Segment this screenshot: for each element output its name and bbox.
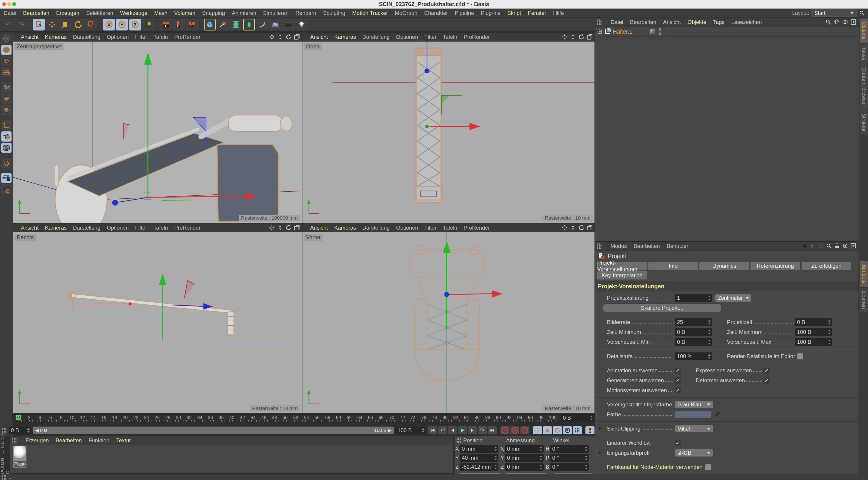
viewport-menu-item[interactable]: Ansicht xyxy=(21,225,39,231)
filter-home-icon[interactable] xyxy=(834,19,840,25)
polygons-mode-icon[interactable] xyxy=(1,105,11,115)
viewport-menu-item[interactable]: Kameras xyxy=(45,34,67,40)
viewport-menu-item[interactable]: Optionen xyxy=(107,225,129,231)
viewport-menu-item[interactable]: Filter xyxy=(135,225,147,231)
viewport-menu-item[interactable]: Ansicht xyxy=(310,34,328,40)
keyframe-selection-icon[interactable]: ? xyxy=(520,426,529,435)
close-window-button[interactable] xyxy=(2,2,6,6)
object-manager-menu-item[interactable]: Datei xyxy=(611,19,623,25)
size-field[interactable]: 0 mm xyxy=(505,463,544,471)
menu-item[interactable]: Simulieren xyxy=(263,10,288,16)
viewport-menu-item[interactable]: Kameras xyxy=(334,34,356,40)
projektskalierung-field[interactable]: 1 xyxy=(675,294,712,302)
viewport-menu-item[interactable]: ProRender xyxy=(464,225,490,231)
pan-icon[interactable] xyxy=(561,225,567,231)
maximize-icon[interactable] xyxy=(587,225,593,231)
menu-item[interactable]: Charakter xyxy=(424,10,448,16)
viewport-menu-item[interactable]: Tafeln xyxy=(153,34,168,40)
angle-field[interactable]: 0 ° xyxy=(550,463,589,471)
material-menu-item[interactable]: Bearbeiten xyxy=(56,437,82,444)
menu-item[interactable]: Datei xyxy=(4,10,16,16)
position-field[interactable]: 40 mm xyxy=(460,454,498,462)
farbe-swatch[interactable] xyxy=(675,411,711,418)
material-menu-item[interactable]: Erzeugen xyxy=(26,437,49,444)
rotate-tool-icon[interactable] xyxy=(72,19,84,31)
eyedropper-icon[interactable] xyxy=(714,411,720,418)
object-manager-menu-item[interactable]: Objekte xyxy=(688,19,706,25)
viewport-menu-item[interactable]: Darstellung xyxy=(362,34,390,40)
record-rotation-icon[interactable] xyxy=(553,426,562,435)
vorschauzeit-max-field[interactable]: 100 B xyxy=(795,338,832,346)
primitive-cube-icon[interactable] xyxy=(204,19,216,31)
axis-mode-icon[interactable] xyxy=(1,120,11,130)
vorschauzeit-min-field[interactable]: 0 B xyxy=(675,338,712,346)
rotate-view-icon[interactable] xyxy=(578,34,584,40)
viewport-menu-item[interactable]: Ansicht xyxy=(310,225,328,231)
viewport-menu-item[interactable]: Kameras xyxy=(45,225,67,231)
zoom-window-button[interactable] xyxy=(12,2,16,6)
animation-auswerten-checkbox[interactable] xyxy=(675,368,681,374)
previous-key-icon[interactable]: ↶ xyxy=(438,426,447,435)
record-parameter-icon[interactable]: P xyxy=(563,426,572,435)
y-axis-lock-icon[interactable]: Y xyxy=(116,19,128,31)
viewport-menu-item[interactable]: Filter xyxy=(135,34,147,40)
move-tool-icon[interactable] xyxy=(46,19,58,31)
menu-item[interactable]: Skript xyxy=(507,10,521,16)
workplane-lock-icon[interactable] xyxy=(1,173,11,183)
object-manager-menu-item[interactable]: Bearbeiten xyxy=(630,19,656,25)
motionsystem-auswerten-checkbox[interactable] xyxy=(675,387,681,393)
viewport-top[interactable]: AnsichtKamerasDarstellungOptionenFilterT… xyxy=(303,33,594,223)
menu-item[interactable]: Bearbeiten xyxy=(23,10,49,16)
sicht-clipping-dropdown[interactable]: Mittel xyxy=(675,425,713,432)
x-axis-lock-icon[interactable]: X xyxy=(103,19,115,31)
maximize-icon[interactable] xyxy=(294,34,300,40)
attribute-tab[interactable]: Key-Interpolation xyxy=(597,271,647,280)
light-icon[interactable] xyxy=(296,19,307,31)
viewport-canvas-front[interactable]: Vorne Rasterweite : 10 mm xyxy=(303,232,594,413)
objektfarbe-dropdown[interactable]: Grau-Blau xyxy=(675,401,713,408)
search-icon[interactable] xyxy=(825,19,831,25)
tab-content-browser[interactable]: Content Browser xyxy=(860,64,868,109)
bilderrate-field[interactable]: 25 xyxy=(675,318,712,326)
viewport-menu-item[interactable]: ProRender xyxy=(174,34,200,40)
next-key-icon[interactable]: ↷ xyxy=(478,426,487,435)
tab-takes[interactable]: Takes xyxy=(860,43,868,63)
zeit-minimum-field[interactable]: 0 B xyxy=(675,328,712,336)
goto-end-icon[interactable] xyxy=(488,426,497,435)
record-scale-icon[interactable] xyxy=(543,426,552,435)
menu-item[interactable]: Mesh xyxy=(154,10,167,16)
target-icon[interactable] xyxy=(842,243,848,249)
layout-dropdown[interactable]: Start xyxy=(811,9,857,17)
next-frame-icon[interactable] xyxy=(468,426,477,435)
render-view-icon[interactable] xyxy=(160,19,172,31)
floor-icon[interactable] xyxy=(270,19,281,31)
position-field[interactable]: -52.412 mm xyxy=(460,463,498,471)
search-icon[interactable] xyxy=(826,243,832,249)
viewport-menu-item[interactable]: Tafeln xyxy=(443,34,457,40)
eingangsfarbprofil-dropdown[interactable]: sRGB xyxy=(675,449,713,456)
viewport-menu-item[interactable]: Optionen xyxy=(396,34,418,40)
zoom-icon[interactable] xyxy=(570,34,576,40)
make-editable-icon[interactable] xyxy=(1,33,11,43)
viewport-canvas-perspective[interactable]: Zentralperspektive Rasterweite : 100000 … xyxy=(13,41,302,223)
record-pla-icon[interactable] xyxy=(573,426,582,435)
material-menu-item[interactable]: Textur xyxy=(116,437,131,444)
menu-item[interactable]: Animieren xyxy=(232,10,256,16)
viewport-menu-item[interactable]: ProRender xyxy=(464,34,490,40)
magnet-icon[interactable] xyxy=(1,158,11,168)
position-field[interactable]: 0 mm xyxy=(460,445,498,453)
grip-icon[interactable] xyxy=(2,427,7,433)
attribute-menu-item[interactable]: Bearbeiten xyxy=(633,243,660,249)
spline-pen-icon[interactable] xyxy=(217,19,229,31)
tweak-mode-icon[interactable] xyxy=(1,131,11,142)
object-manager-menu-item[interactable]: Lesezeichen xyxy=(731,19,762,25)
maximize-icon[interactable] xyxy=(294,225,300,231)
attribute-tab[interactable]: Referenzierung xyxy=(750,262,800,270)
attribute-tab[interactable]: Projekt-Voreinstellungen xyxy=(597,262,647,270)
menu-item[interactable]: Plug-ins xyxy=(481,10,500,16)
pan-icon[interactable] xyxy=(269,34,275,40)
tab-objekte[interactable]: Objekte xyxy=(860,19,868,43)
grip-icon[interactable] xyxy=(12,438,17,443)
menu-item[interactable]: Selektieren xyxy=(86,10,113,16)
forward-arrow-icon[interactable] xyxy=(810,243,815,249)
